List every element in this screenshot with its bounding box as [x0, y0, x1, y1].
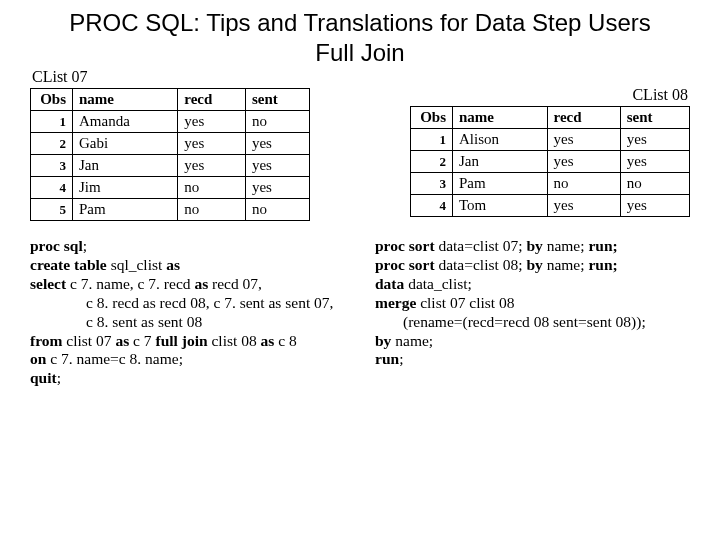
right-table: Obs name recd sent 1Alisonyesyes 2Janyes…	[410, 106, 690, 217]
left-table-block: CList 07 Obs name recd sent 1Amandayesno…	[30, 68, 310, 221]
left-table: Obs name recd sent 1Amandayesno 2Gabiyes…	[30, 88, 310, 221]
sql-code: proc sql; create table sql_clist as sele…	[30, 237, 375, 388]
table-header-row: Obs name recd sent	[31, 89, 310, 111]
table-row: 1Amandayesno	[31, 111, 310, 133]
table-row: 3Janyesyes	[31, 155, 310, 177]
table-row: 5Pamnono	[31, 199, 310, 221]
title-line-2: Full Join	[315, 39, 404, 66]
col-obs: Obs	[31, 89, 73, 111]
table-row: 4Tomyesyes	[411, 195, 690, 217]
tables-row: CList 07 Obs name recd sent 1Amandayesno…	[30, 68, 690, 221]
left-table-caption: CList 07	[32, 68, 310, 86]
right-table-caption: CList 08	[410, 86, 688, 104]
slide-title: PROC SQL: Tips and Translations for Data…	[0, 0, 720, 68]
col-recd: recd	[178, 89, 246, 111]
right-table-block: CList 08 Obs name recd sent 1Alisonyesye…	[410, 86, 690, 217]
table-header-row: Obs name recd sent	[411, 107, 690, 129]
col-sent: sent	[620, 107, 689, 129]
table-row: 2Janyesyes	[411, 151, 690, 173]
table-row: 2Gabiyesyes	[31, 133, 310, 155]
col-recd: recd	[547, 107, 620, 129]
col-name: name	[73, 89, 178, 111]
table-row: 1Alisonyesyes	[411, 129, 690, 151]
col-obs: Obs	[411, 107, 453, 129]
col-sent: sent	[245, 89, 309, 111]
table-row: 3Pamnono	[411, 173, 690, 195]
col-name: name	[453, 107, 548, 129]
table-row: 4Jimnoyes	[31, 177, 310, 199]
datastep-code: proc sort data=clist 07; by name; run; p…	[375, 237, 690, 388]
title-line-1: PROC SQL: Tips and Translations for Data…	[69, 9, 651, 36]
code-row: proc sql; create table sql_clist as sele…	[30, 237, 690, 388]
